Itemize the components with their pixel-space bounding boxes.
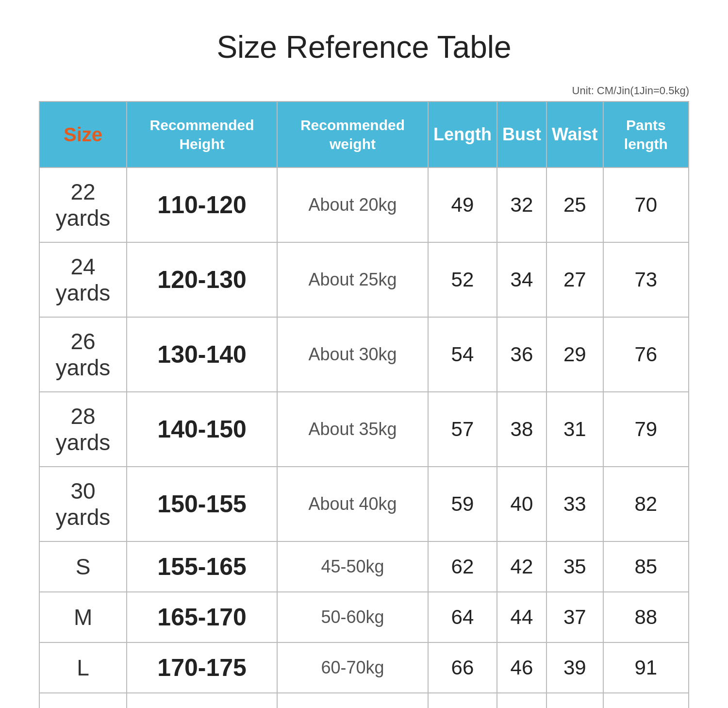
cell-weight: 60-70kg: [277, 642, 428, 693]
header-bust: Bust: [497, 101, 546, 168]
table-row: M 165-170 50-60kg 64 44 37 88: [39, 592, 689, 642]
cell-waist: 27: [546, 242, 603, 317]
cell-pants: 82: [603, 467, 689, 541]
cell-height: 110-120: [127, 168, 277, 242]
cell-size: XL: [39, 693, 127, 708]
cell-weight: About 35kg: [277, 392, 428, 467]
cell-bust: 46: [497, 642, 546, 693]
cell-waist: 31: [546, 392, 603, 467]
cell-height: 175-180: [127, 693, 277, 708]
cell-size: 26 yards: [39, 317, 127, 392]
cell-waist: 25: [546, 168, 603, 242]
cell-height: 155-165: [127, 541, 277, 592]
cell-size: 24 yards: [39, 242, 127, 317]
cell-bust: 34: [497, 242, 546, 317]
cell-height: 140-150: [127, 392, 277, 467]
cell-waist: 35: [546, 541, 603, 592]
cell-size: M: [39, 592, 127, 642]
cell-length: 57: [428, 392, 497, 467]
size-reference-table: Size Recommended Height Recommended weig…: [39, 101, 689, 708]
cell-height: 130-140: [127, 317, 277, 392]
cell-pants: 73: [603, 242, 689, 317]
cell-weight: About 20kg: [277, 168, 428, 242]
cell-weight: 50-60kg: [277, 592, 428, 642]
cell-weight: 45-50kg: [277, 541, 428, 592]
cell-length: 52: [428, 242, 497, 317]
table-row: L 170-175 60-70kg 66 46 39 91: [39, 642, 689, 693]
cell-size: 22 yards: [39, 168, 127, 242]
cell-bust: 42: [497, 541, 546, 592]
header-size: Size: [39, 101, 127, 168]
cell-length: 66: [428, 642, 497, 693]
header-waist: Waist: [546, 101, 603, 168]
cell-height: 165-170: [127, 592, 277, 642]
cell-waist: 29: [546, 317, 603, 392]
page-title: Size Reference Table: [39, 29, 689, 65]
table-row: 30 yards 150-155 About 40kg 59 40 33 82: [39, 467, 689, 541]
cell-length: 64: [428, 592, 497, 642]
cell-length: 54: [428, 317, 497, 392]
cell-weight: About 40kg: [277, 467, 428, 541]
table-row: XL 175-180 70-80kg 68 48 41 94: [39, 693, 689, 708]
cell-length: 49: [428, 168, 497, 242]
cell-pants: 85: [603, 541, 689, 592]
header-height: Recommended Height: [127, 101, 277, 168]
cell-pants: 91: [603, 642, 689, 693]
cell-bust: 48: [497, 693, 546, 708]
cell-weight: 70-80kg: [277, 693, 428, 708]
table-row: S 155-165 45-50kg 62 42 35 85: [39, 541, 689, 592]
cell-size: S: [39, 541, 127, 592]
cell-length: 62: [428, 541, 497, 592]
cell-weight: About 25kg: [277, 242, 428, 317]
header-pants-length: Pants length: [603, 101, 689, 168]
cell-height: 170-175: [127, 642, 277, 693]
cell-pants: 88: [603, 592, 689, 642]
cell-bust: 32: [497, 168, 546, 242]
cell-height: 120-130: [127, 242, 277, 317]
cell-waist: 41: [546, 693, 603, 708]
table-row: 22 yards 110-120 About 20kg 49 32 25 70: [39, 168, 689, 242]
table-row: 28 yards 140-150 About 35kg 57 38 31 79: [39, 392, 689, 467]
table-row: 24 yards 120-130 About 25kg 52 34 27 73: [39, 242, 689, 317]
cell-waist: 33: [546, 467, 603, 541]
cell-size: 30 yards: [39, 467, 127, 541]
unit-note: Unit: CM/Jin(1Jin=0.5kg): [39, 84, 689, 97]
cell-bust: 44: [497, 592, 546, 642]
table-row: 26 yards 130-140 About 30kg 54 36 29 76: [39, 317, 689, 392]
cell-bust: 40: [497, 467, 546, 541]
cell-pants: 79: [603, 392, 689, 467]
cell-waist: 37: [546, 592, 603, 642]
cell-pants: 94: [603, 693, 689, 708]
header-weight: Recommended weight: [277, 101, 428, 168]
cell-size: 28 yards: [39, 392, 127, 467]
cell-bust: 36: [497, 317, 546, 392]
cell-pants: 76: [603, 317, 689, 392]
cell-waist: 39: [546, 642, 603, 693]
cell-height: 150-155: [127, 467, 277, 541]
cell-pants: 70: [603, 168, 689, 242]
cell-length: 59: [428, 467, 497, 541]
cell-length: 68: [428, 693, 497, 708]
cell-weight: About 30kg: [277, 317, 428, 392]
cell-bust: 38: [497, 392, 546, 467]
header-length: Length: [428, 101, 497, 168]
cell-size: L: [39, 642, 127, 693]
